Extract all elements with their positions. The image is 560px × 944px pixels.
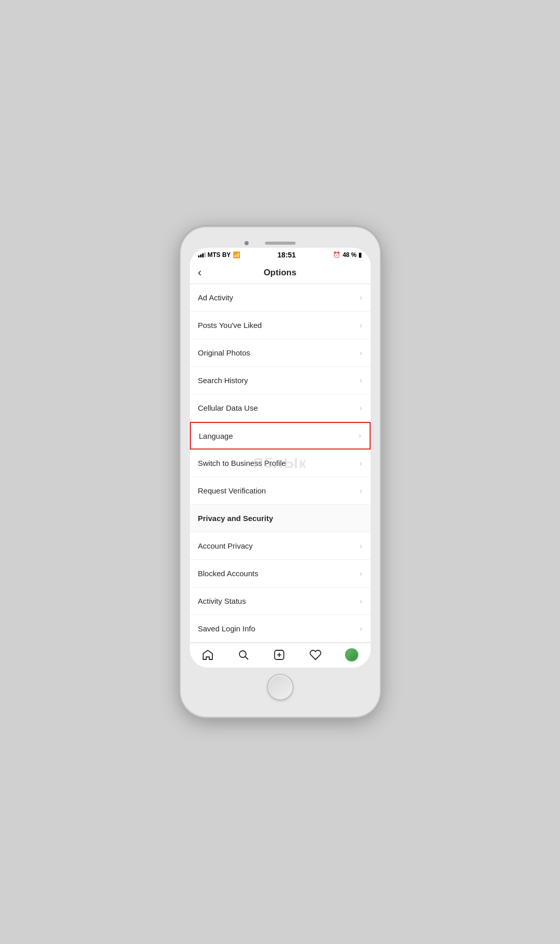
- menu-label-posts-liked: Posts You've Liked: [198, 321, 262, 329]
- menu-label-cellular-data: Cellular Data Use: [198, 404, 258, 412]
- menu-item-request-verification[interactable]: Request Verification›: [190, 477, 371, 505]
- menu-item-ad-activity[interactable]: Ad Activity›: [190, 284, 371, 312]
- search-nav-icon[interactable]: [237, 649, 250, 661]
- battery-icon: ▮: [358, 251, 362, 258]
- menu-label-search-history: Search History: [198, 376, 248, 385]
- heart-nav-icon[interactable]: [309, 649, 322, 661]
- menu-label-blocked-accounts: Blocked Accounts: [198, 569, 258, 578]
- carrier-name: MTS BY: [208, 251, 231, 258]
- menu-label-language: Language: [199, 432, 233, 440]
- speaker: [265, 242, 296, 245]
- menu-label-account-privacy: Account Privacy: [198, 541, 253, 550]
- signal-bar-2: [200, 254, 202, 257]
- home-button-area: [190, 668, 371, 707]
- menu-item-saved-login[interactable]: Saved Login Info›: [190, 615, 371, 643]
- menu-item-language[interactable]: Language›: [190, 422, 371, 450]
- status-left: MTS BY 📶: [198, 251, 240, 258]
- chevron-icon-language: ›: [358, 431, 361, 440]
- menu-label-original-photos: Original Photos: [198, 348, 251, 357]
- chevron-icon-blocked-accounts: ›: [359, 569, 362, 578]
- chevron-icon-saved-login: ›: [359, 624, 362, 633]
- menu-item-original-photos[interactable]: Original Photos›: [190, 339, 371, 367]
- menu-list: ЯблЫк Ad Activity›Posts You've Liked›Ori…: [190, 284, 371, 643]
- navigation-bar: ‹ Options: [190, 261, 371, 284]
- menu-item-activity-status[interactable]: Activity Status›: [190, 587, 371, 615]
- chevron-icon-ad-activity: ›: [359, 293, 362, 302]
- svg-line-1: [246, 657, 249, 660]
- signal-bar-1: [198, 255, 200, 257]
- battery-level: 48 %: [343, 251, 356, 258]
- status-time: 18:51: [278, 251, 296, 259]
- home-nav-icon[interactable]: [202, 649, 214, 661]
- wifi-icon: 📶: [233, 251, 240, 258]
- signal-bar-4: [204, 252, 206, 257]
- menu-item-search-history[interactable]: Search History›: [190, 367, 371, 394]
- profile-avatar: [345, 648, 358, 662]
- profile-nav-icon[interactable]: [345, 648, 358, 662]
- alarm-icon: ⏰: [333, 251, 340, 258]
- menu-label-request-verification: Request Verification: [198, 486, 266, 495]
- phone-screen: MTS BY 📶 18:51 ⏰ 48 % ▮ ‹ Options ЯблЫк …: [190, 248, 371, 668]
- chevron-icon-original-photos: ›: [359, 348, 362, 358]
- menu-item-account-privacy[interactable]: Account Privacy›: [190, 532, 371, 560]
- menu-label-privacy-security-header: Privacy and Security: [198, 514, 274, 523]
- menu-label-saved-login: Saved Login Info: [198, 624, 256, 633]
- page-title: Options: [214, 268, 346, 278]
- menu-label-ad-activity: Ad Activity: [198, 293, 233, 302]
- bottom-nav: [190, 643, 371, 668]
- menu-label-switch-business: Switch to Business Profile: [198, 459, 286, 467]
- status-bar: MTS BY 📶 18:51 ⏰ 48 % ▮: [190, 248, 371, 261]
- chevron-icon-switch-business: ›: [359, 459, 362, 468]
- signal-bar-3: [202, 253, 204, 257]
- signal-bars: [198, 252, 206, 257]
- chevron-icon-cellular-data: ›: [359, 404, 362, 413]
- menu-item-privacy-security-header: Privacy and Security: [190, 505, 371, 532]
- camera-dot: [245, 241, 249, 245]
- menu-container: Ad Activity›Posts You've Liked›Original …: [190, 284, 371, 643]
- menu-item-blocked-accounts[interactable]: Blocked Accounts›: [190, 560, 371, 587]
- chevron-icon-activity-status: ›: [359, 597, 362, 606]
- phone-frame: MTS BY 📶 18:51 ⏰ 48 % ▮ ‹ Options ЯблЫк …: [181, 227, 380, 717]
- svg-point-0: [239, 651, 246, 657]
- menu-item-cellular-data[interactable]: Cellular Data Use›: [190, 394, 371, 422]
- phone-top: [190, 237, 371, 248]
- menu-item-switch-business[interactable]: Switch to Business Profile›: [190, 450, 371, 477]
- menu-item-posts-liked[interactable]: Posts You've Liked›: [190, 312, 371, 339]
- chevron-icon-account-privacy: ›: [359, 541, 362, 551]
- chevron-icon-posts-liked: ›: [359, 321, 362, 330]
- home-button[interactable]: [267, 674, 294, 700]
- back-button[interactable]: ‹: [198, 266, 214, 279]
- avatar-image: [346, 649, 357, 660]
- chevron-icon-request-verification: ›: [359, 486, 362, 495]
- menu-label-activity-status: Activity Status: [198, 597, 246, 605]
- chevron-icon-search-history: ›: [359, 376, 362, 385]
- status-right: ⏰ 48 % ▮: [333, 251, 362, 258]
- add-nav-icon[interactable]: [273, 649, 285, 661]
